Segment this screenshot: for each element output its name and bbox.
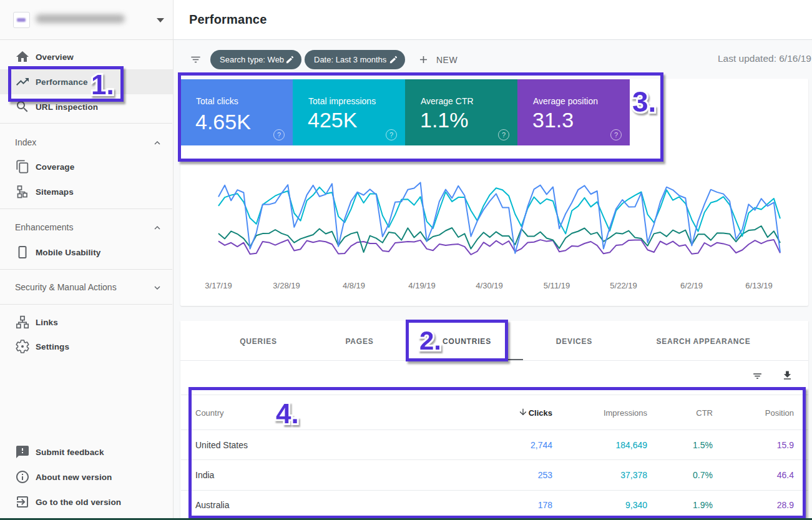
svg-text:4.: 4.: [276, 398, 299, 429]
svg-text:1.: 1.: [91, 69, 114, 100]
svg-text:3.: 3.: [632, 86, 656, 118]
svg-text:2.: 2.: [419, 326, 441, 355]
